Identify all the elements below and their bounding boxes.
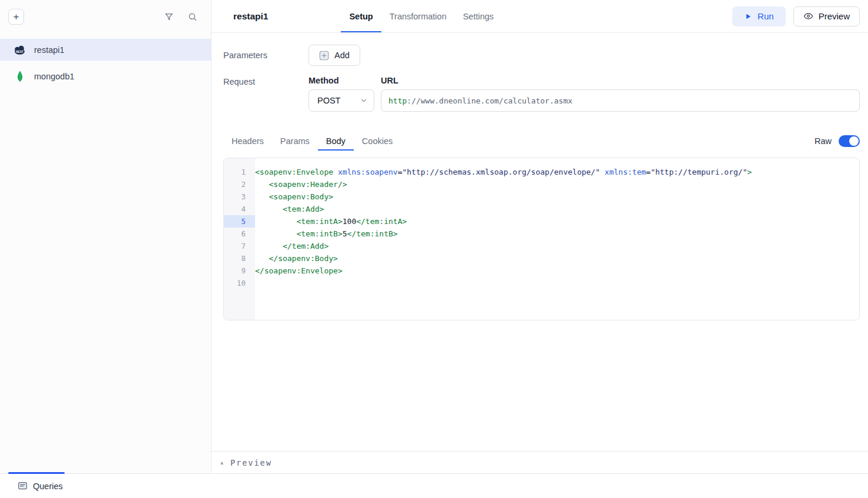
url-field: URL http://www.dneonline.com/calculator.… bbox=[381, 76, 860, 112]
sidebar: + REST bbox=[0, 0, 212, 473]
line-number: 3 bbox=[224, 190, 255, 203]
code-line-content: </soapenv:Envelope> bbox=[255, 265, 859, 277]
line-number: 7 bbox=[224, 240, 255, 252]
code-line-content: <tem:intB>5</tem:intB> bbox=[255, 228, 859, 240]
url-label: URL bbox=[381, 76, 860, 85]
queries-label: Queries bbox=[33, 482, 63, 491]
chevron-down-icon bbox=[360, 96, 368, 105]
active-tab-indicator bbox=[8, 472, 65, 474]
code-line-content: </soapenv:Body> bbox=[255, 252, 859, 265]
tab-params[interactable]: Params bbox=[272, 133, 318, 151]
sidebar-header: + bbox=[0, 0, 211, 33]
line-number: 9 bbox=[224, 265, 255, 277]
preview-button[interactable]: Preview bbox=[793, 6, 860, 26]
tab-headers[interactable]: Headers bbox=[223, 133, 272, 151]
main-header: restapi1 Setup Transformation Settings R… bbox=[212, 0, 868, 33]
sidebar-item-restapi1[interactable]: REST restapi1 bbox=[0, 39, 211, 61]
add-button-label: Add bbox=[334, 51, 350, 60]
code-line-content: <tem:intA>100</tem:intA> bbox=[255, 215, 859, 228]
line-number: 1 bbox=[224, 166, 255, 178]
url-scheme-text: http bbox=[388, 96, 407, 105]
url-remainder-text: ://www.dneonline.com/calculator.asmx bbox=[407, 96, 572, 105]
code-line[interactable]: 2 <soapenv:Header/> bbox=[224, 178, 859, 190]
query-title: restapi1 bbox=[233, 11, 268, 22]
tab-settings[interactable]: Settings bbox=[455, 0, 502, 32]
preview-panel-header[interactable]: ▲ Preview bbox=[212, 451, 868, 473]
code-line[interactable]: 3 <soapenv:Body> bbox=[224, 190, 859, 203]
parameters-row: Parameters Add bbox=[223, 45, 860, 66]
code-editor[interactable]: 1<soapenv:Envelope xmlns:soapenv="http:/… bbox=[223, 158, 860, 320]
request-label: Request bbox=[223, 77, 309, 86]
new-query-button[interactable]: + bbox=[8, 9, 24, 25]
method-label: Method bbox=[309, 76, 374, 85]
eye-icon bbox=[803, 11, 813, 21]
code-line[interactable]: 6 <tem:intB>5</tem:intB> bbox=[224, 228, 859, 240]
tab-setup[interactable]: Setup bbox=[341, 0, 381, 32]
add-parameter-button[interactable]: Add bbox=[309, 45, 360, 66]
tab-body[interactable]: Body bbox=[318, 133, 354, 151]
line-number: 5 bbox=[224, 215, 255, 228]
code-line[interactable]: 1<soapenv:Envelope xmlns:soapenv="http:/… bbox=[224, 166, 859, 178]
method-select[interactable]: POST bbox=[309, 89, 374, 112]
search-icon[interactable] bbox=[186, 11, 198, 22]
parameters-label: Parameters bbox=[223, 51, 309, 60]
code-line-content: <soapenv:Body> bbox=[255, 190, 859, 203]
top-area: + REST bbox=[0, 0, 868, 473]
code-line-content: <soapenv:Header/> bbox=[255, 178, 859, 190]
code-line-content: <soapenv:Envelope xmlns:soapenv="http://… bbox=[255, 166, 859, 178]
tab-queries[interactable]: Queries bbox=[18, 481, 63, 491]
line-number: 6 bbox=[224, 228, 255, 240]
code-editor-lines: 1<soapenv:Envelope xmlns:soapenv="http:/… bbox=[224, 158, 859, 289]
mongodb-icon bbox=[13, 71, 26, 82]
line-number: 2 bbox=[224, 178, 255, 190]
bottom-bar: Queries bbox=[0, 473, 868, 498]
header-actions: Run Preview bbox=[732, 6, 860, 26]
sidebar-item-label: mongodb1 bbox=[34, 72, 75, 81]
setup-content: Parameters Add Request Method POST bbox=[212, 33, 868, 451]
main-panel: restapi1 Setup Transformation Settings R… bbox=[212, 0, 868, 473]
request-row: Request Method POST URL http: bbox=[223, 76, 860, 112]
url-input[interactable]: http://www.dneonline.com/calculator.asmx bbox=[381, 89, 860, 112]
code-line-content: </tem:Add> bbox=[255, 240, 859, 252]
main-tabs: Setup Transformation Settings bbox=[341, 0, 502, 32]
preview-button-label: Preview bbox=[819, 11, 850, 21]
code-line[interactable]: 10 bbox=[224, 277, 859, 289]
tab-transformation[interactable]: Transformation bbox=[381, 0, 455, 32]
collapse-arrow-icon: ▲ bbox=[219, 460, 224, 466]
sidebar-item-mongodb1[interactable]: mongodb1 bbox=[0, 65, 211, 87]
line-number: 8 bbox=[224, 252, 255, 265]
code-line[interactable]: 5 <tem:intA>100</tem:intA> bbox=[224, 215, 859, 228]
line-number: 4 bbox=[224, 203, 255, 215]
svg-text:REST: REST bbox=[16, 50, 24, 53]
raw-toggle-group: Raw bbox=[815, 135, 860, 151]
request-body-tabs: Headers Params Body Cookies Raw bbox=[223, 133, 860, 151]
query-list: REST restapi1 mongodb1 bbox=[0, 33, 211, 87]
code-line-content bbox=[255, 277, 859, 289]
raw-label: Raw bbox=[815, 136, 832, 146]
code-line[interactable]: 7 </tem:Add> bbox=[224, 240, 859, 252]
tab-cookies[interactable]: Cookies bbox=[354, 133, 401, 151]
app: + REST bbox=[0, 0, 868, 498]
method-field: Method POST bbox=[309, 76, 374, 112]
queries-icon bbox=[18, 481, 28, 491]
preview-panel-label: Preview bbox=[230, 458, 272, 467]
play-icon bbox=[744, 12, 752, 21]
raw-toggle[interactable] bbox=[839, 135, 860, 147]
method-value: POST bbox=[317, 96, 340, 105]
filter-icon[interactable] bbox=[163, 11, 175, 22]
code-line-content: <tem:Add> bbox=[255, 203, 859, 215]
code-line[interactable]: 8 </soapenv:Body> bbox=[224, 252, 859, 265]
code-line[interactable]: 9</soapenv:Envelope> bbox=[224, 265, 859, 277]
rest-api-icon: REST bbox=[13, 45, 26, 55]
run-button-label: Run bbox=[758, 11, 774, 21]
run-button[interactable]: Run bbox=[732, 6, 786, 26]
code-line[interactable]: 4 <tem:Add> bbox=[224, 203, 859, 215]
plus-square-icon bbox=[319, 51, 329, 61]
line-number: 10 bbox=[224, 277, 255, 289]
sidebar-item-label: restapi1 bbox=[34, 45, 65, 55]
